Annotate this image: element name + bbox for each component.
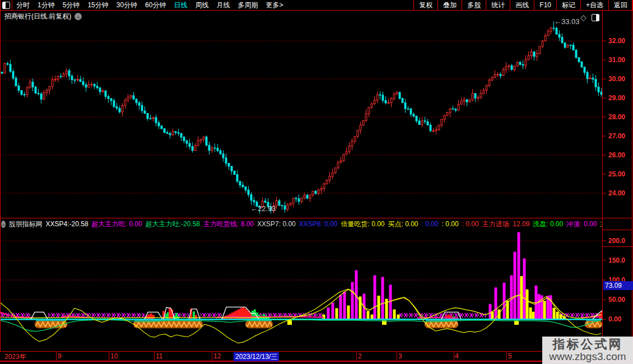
indicator-label: 冲顶: 0.00 (566, 220, 597, 228)
indicator-label: 洗盘: 0.00 (533, 220, 563, 228)
time-axis-divider (154, 352, 155, 361)
chart-canvas[interactable] (0, 0, 633, 364)
indicator-chevron-icon[interactable]: ⌄ (1, 221, 6, 228)
chevron-down-icon[interactable]: ⌄ (75, 13, 82, 20)
indicator-label: : 0.00 (462, 220, 479, 228)
selected-date-label: 2023/12/13/三 (234, 352, 279, 362)
indicator-label: XXSP4:-20.58 (46, 220, 89, 228)
time-axis-divider (109, 352, 109, 361)
time-axis-label: 2023年 (4, 352, 26, 362)
time-axis-divider (356, 352, 357, 361)
y-axis-label: 26.00 (608, 151, 633, 159)
indicator-label: 主 (600, 220, 602, 228)
y-axis-label: 0.00 (608, 315, 633, 323)
indicator-label: 超大主力吐:-20.58 (146, 220, 200, 228)
price-extreme-annotation: ←33.03 (554, 17, 580, 26)
y-axis-label: 29.00 (608, 94, 633, 102)
indicator-label: 股朋指标网 (9, 220, 43, 228)
watermark: 指标公式网 www.zbgs3.com (542, 337, 633, 364)
diamond-icon[interactable]: ◇ (580, 13, 587, 21)
y-axis-label: 28.00 (608, 113, 633, 121)
split-square-icon[interactable] (592, 14, 599, 21)
price-extreme-annotation: ←22.93 (250, 204, 276, 213)
y-axis-label: 31.00 (608, 56, 633, 64)
indicator-header: ⌄ 股朋指标网XXSP4:-20.58超大主力吃: 0.00超大主力吐:-20.… (1, 220, 602, 229)
indicator-current-value-badge: 73.09 (603, 281, 633, 290)
y-axis-label: 50.00 (608, 296, 633, 304)
indicator-label: 超大主力吃: 0.00 (92, 220, 142, 228)
indicator-label: : 0.00 (422, 220, 439, 228)
indicator-label: 倍量吃货: 0.00 (341, 220, 384, 228)
time-axis-label: 2 (358, 352, 362, 360)
indicator-label: XXSP7: 0.00 (257, 220, 296, 228)
time-axis: 2023年91011122023/12/13/三2345 (0, 352, 632, 361)
indicator-values: 股朋指标网XXSP4:-20.58超大主力吃: 0.00超大主力吐:-20.58… (9, 220, 602, 229)
time-axis-label: 12 (213, 352, 221, 360)
y-axis-label: 30.00 (608, 75, 633, 83)
time-axis-divider (454, 352, 454, 361)
trading-app-window: 分时1分钟5分钟15分钟30分钟60分钟日线周线月线多周期更多> 复权叠加多股统… (0, 0, 633, 364)
time-axis-label: 9 (58, 352, 62, 360)
time-axis-divider (56, 352, 57, 361)
bottom-strip (0, 361, 633, 364)
watermark-url: www.zbgs3.com (549, 351, 626, 363)
y-axis-label: 32.00 (608, 37, 633, 45)
indicator-label: 主力吃货线: 8.00 (203, 220, 254, 228)
time-axis-label: 10 (110, 352, 118, 360)
indicator-label: 买点: 0.00 (388, 220, 418, 228)
y-axis-label: 200.0 (608, 237, 633, 245)
y-axis-label: 150.0 (608, 256, 633, 264)
time-axis-label: 5 (508, 352, 512, 360)
y-axis-label: 25.00 (608, 170, 633, 178)
y-axis-label: 27.00 (608, 132, 633, 140)
time-axis-label: 4 (455, 352, 459, 360)
time-axis-divider (397, 352, 397, 361)
page-title: 招商银行(日线.前复权) (4, 12, 71, 21)
time-axis-label: 11 (156, 352, 162, 360)
time-axis-label: 3 (398, 352, 402, 360)
indicator-label: : 0.00 (442, 220, 459, 228)
indicator-label: 主力进场: 12.09 (482, 220, 530, 228)
time-axis-divider (506, 352, 507, 361)
watermark-site-name: 指标公式网 (553, 338, 623, 351)
corner-icons: ◇ (580, 13, 599, 21)
y-axis-label: 24.00 (608, 189, 633, 197)
time-axis-divider (212, 352, 212, 361)
indicator-label: XXSP8: 0.00 (299, 220, 338, 228)
chart-title-bar: 招商银行(日线.前复权) ⌄ (4, 12, 82, 21)
